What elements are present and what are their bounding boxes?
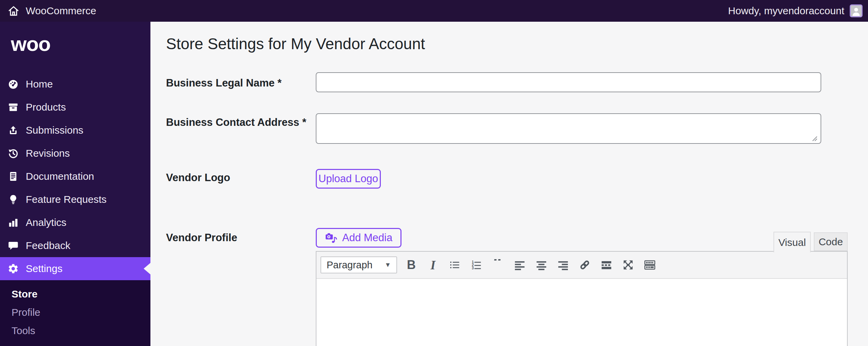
archive-box-icon	[7, 101, 19, 113]
align-left-button[interactable]	[509, 254, 531, 276]
bar-chart-icon	[7, 217, 19, 228]
vendor-profile-label: Vendor Profile	[166, 232, 237, 244]
contact-address-textarea[interactable]	[316, 113, 821, 144]
align-right-icon	[557, 259, 569, 271]
admin-bar: WooCommerce Howdy, myvendoraccount	[0, 0, 868, 22]
home-icon	[7, 5, 20, 17]
svg-text:3: 3	[472, 266, 474, 270]
tab-code[interactable]: Code	[814, 232, 848, 251]
bulleted-list-icon	[449, 259, 460, 271]
read-more-button[interactable]	[596, 254, 617, 276]
italic-icon: I	[431, 258, 435, 272]
sidebar-item-label: Documentation	[26, 171, 94, 182]
align-center-icon	[536, 259, 547, 271]
chevron-down-icon: ▼	[385, 261, 391, 269]
sidebar-item-revisions[interactable]: Revisions	[0, 142, 150, 165]
dashboard-icon	[7, 78, 19, 90]
submenu-item-tools[interactable]: Tools	[0, 322, 150, 340]
bold-button[interactable]: B	[400, 254, 422, 276]
blockquote-icon: “	[493, 259, 503, 271]
sidebar: woo Home	[0, 22, 150, 346]
sidebar-item-label: Products	[26, 101, 66, 113]
keyboard-icon	[644, 259, 656, 271]
sidebar-item-products[interactable]: Products	[0, 96, 150, 119]
speech-bubble-icon	[7, 240, 19, 251]
resize-grip-icon[interactable]	[812, 136, 818, 143]
woo-logo[interactable]: woo	[11, 34, 50, 54]
submenu-item-profile[interactable]: Profile	[0, 303, 150, 322]
numbered-list-button[interactable]: 1 2 3	[466, 254, 487, 276]
avatar[interactable]	[850, 4, 863, 17]
fullscreen-button[interactable]	[617, 254, 639, 276]
page-title: Store Settings for My Vendor Account	[166, 35, 425, 53]
vendor-logo-label: Vendor Logo	[166, 172, 230, 184]
contact-address-label: Business Contact Address *	[166, 116, 306, 129]
editor-toolbar: Paragraph ▼ B I 1 2 3	[316, 252, 847, 279]
tab-visual[interactable]: Visual	[773, 232, 811, 252]
align-center-button[interactable]	[531, 254, 552, 276]
sidebar-item-label: Feature Requests	[26, 194, 106, 205]
howdy-account-link[interactable]: Howdy, myvendoraccount	[728, 5, 844, 17]
profile-editor: Paragraph ▼ B I 1 2 3	[316, 251, 848, 346]
submenu-item-store[interactable]: Store	[0, 285, 150, 303]
history-icon	[7, 148, 19, 159]
sidebar-item-submissions[interactable]: Submissions	[0, 119, 150, 142]
sidebar-item-feature-requests[interactable]: Feature Requests	[0, 188, 150, 211]
upload-logo-button[interactable]: Upload Logo	[316, 169, 381, 189]
numbered-list-icon: 1 2 3	[471, 259, 482, 271]
sidebar-item-home[interactable]: Home	[0, 73, 150, 96]
sidebar-menu: Home Products Submissions	[0, 73, 150, 280]
bulleted-list-button[interactable]	[444, 254, 466, 276]
sidebar-item-label: Feedback	[26, 240, 70, 251]
legal-name-label: Business Legal Name *	[166, 77, 282, 89]
sidebar-item-settings[interactable]: Settings	[0, 257, 150, 280]
add-media-icon	[325, 232, 337, 244]
gear-icon	[7, 263, 19, 274]
document-icon	[7, 171, 19, 182]
admin-bar-site-link[interactable]: WooCommerce	[0, 5, 96, 17]
add-media-button[interactable]: Add Media	[316, 228, 401, 248]
sidebar-item-feedback[interactable]: Feedback	[0, 234, 150, 257]
blockquote-button[interactable]: “	[487, 254, 509, 276]
sidebar-item-documentation[interactable]: Documentation	[0, 165, 150, 188]
legal-name-input[interactable]	[316, 72, 821, 92]
align-right-button[interactable]	[552, 254, 574, 276]
read-more-icon	[601, 259, 612, 271]
fullscreen-icon	[622, 259, 634, 271]
sidebar-item-label: Revisions	[26, 148, 70, 159]
keyboard-toggle-button[interactable]	[639, 254, 661, 276]
admin-bar-site-label: WooCommerce	[26, 5, 96, 17]
link-icon	[579, 259, 591, 271]
sidebar-item-label: Home	[26, 78, 53, 90]
sidebar-item-analytics[interactable]: Analytics	[0, 211, 150, 234]
italic-button[interactable]: I	[422, 254, 444, 276]
sidebar-item-label: Submissions	[26, 124, 83, 136]
link-button[interactable]	[574, 254, 596, 276]
block-format-select[interactable]: Paragraph ▼	[321, 256, 397, 273]
align-left-icon	[514, 259, 525, 271]
lightbulb-icon	[7, 194, 19, 205]
bold-icon: B	[407, 258, 416, 272]
settings-submenu: Store Profile Tools	[0, 280, 150, 346]
sidebar-item-label: Analytics	[26, 217, 66, 228]
sidebar-item-label: Settings	[26, 263, 62, 274]
upload-icon	[7, 124, 19, 136]
editor-content-area[interactable]	[316, 279, 847, 346]
